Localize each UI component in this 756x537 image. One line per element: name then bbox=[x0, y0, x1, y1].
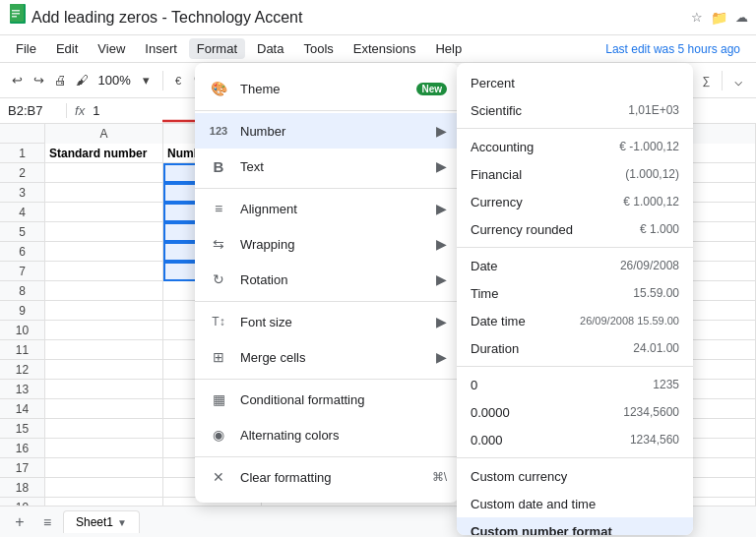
cell-a8[interactable] bbox=[45, 281, 163, 301]
cell-a9[interactable] bbox=[45, 301, 163, 321]
row-num-3[interactable]: 3 bbox=[0, 183, 45, 203]
submenu-date[interactable]: Date 26/09/2008 bbox=[457, 252, 693, 279]
sheet-menu-button[interactable]: ≡ bbox=[35, 510, 59, 534]
submenu-time[interactable]: Time 15.59.00 bbox=[457, 279, 693, 307]
cell-a2[interactable] bbox=[45, 163, 163, 183]
cell-a19[interactable] bbox=[45, 498, 163, 506]
alignment-arrow: ▶ bbox=[436, 201, 447, 216]
submenu-custom-number[interactable]: Custom number format bbox=[457, 517, 693, 535]
menu-tools[interactable]: Tools bbox=[295, 38, 341, 59]
cell-a4[interactable] bbox=[45, 203, 163, 222]
format-menu-alignment[interactable]: ≡ Alignment ▶ bbox=[195, 191, 459, 226]
cell-a6[interactable] bbox=[45, 242, 163, 262]
zoom-dropdown[interactable]: ▾ bbox=[137, 67, 157, 94]
cell-a10[interactable] bbox=[45, 321, 163, 340]
text-icon: B bbox=[207, 154, 230, 178]
cell-a16[interactable] bbox=[45, 439, 163, 458]
format-menu-number[interactable]: 123 Number ▶ bbox=[195, 113, 459, 149]
cell-a5[interactable] bbox=[45, 222, 163, 242]
cell-a12[interactable] bbox=[45, 360, 163, 380]
cell-a3[interactable] bbox=[45, 183, 163, 203]
cell-a15[interactable] bbox=[45, 419, 163, 439]
conditional-label: Conditional formatting bbox=[240, 392, 447, 407]
submenu-datetime[interactable]: Date time 26/09/2008 15.59.00 bbox=[457, 307, 693, 334]
cell-a11[interactable] bbox=[45, 340, 163, 360]
menu-format[interactable]: Format bbox=[189, 38, 245, 59]
row-num-8[interactable]: 8 bbox=[0, 281, 45, 301]
submenu-custom-currency[interactable]: Custom currency bbox=[457, 462, 693, 490]
menu-view[interactable]: View bbox=[90, 38, 133, 59]
star-icon[interactable]: ☆ bbox=[691, 10, 703, 25]
add-sheet-button[interactable]: + bbox=[8, 510, 32, 534]
row-num-2[interactable]: 2 bbox=[0, 163, 45, 183]
cell-a14[interactable] bbox=[45, 399, 163, 419]
zoom-level[interactable]: 100% bbox=[94, 73, 134, 88]
row-num-1[interactable]: 1 bbox=[0, 144, 45, 163]
undo-button[interactable]: ↩ bbox=[8, 67, 28, 94]
format-menu-mergecells[interactable]: ⊞ Merge cells ▶ bbox=[195, 339, 459, 375]
row-num-19[interactable]: 19 bbox=[0, 498, 45, 506]
cloud-icon[interactable]: ☁ bbox=[735, 10, 748, 25]
col-header-a[interactable]: A bbox=[45, 124, 163, 144]
function-button[interactable]: ∑ bbox=[696, 67, 716, 94]
menu-insert[interactable]: Insert bbox=[137, 38, 185, 59]
row-num-14[interactable]: 14 bbox=[0, 399, 45, 419]
row-num-13[interactable]: 13 bbox=[0, 380, 45, 399]
submenu-currency[interactable]: Currency € 1.000,12 bbox=[457, 188, 693, 215]
submenu-zerodot[interactable]: 0.0000 1234,5600 bbox=[457, 398, 693, 426]
menu-help[interactable]: Help bbox=[427, 38, 470, 59]
submenu-currency-rounded[interactable]: Currency rounded € 1.000 bbox=[457, 215, 693, 243]
cell-a17[interactable] bbox=[45, 458, 163, 478]
redo-button[interactable]: ↪ bbox=[30, 67, 49, 94]
menu-data[interactable]: Data bbox=[249, 38, 291, 59]
cell-a13[interactable] bbox=[45, 380, 163, 399]
sheet-tab-1[interactable]: Sheet1 ▼ bbox=[63, 510, 140, 533]
submenu-zerodotshort[interactable]: 0.000 1234,560 bbox=[457, 426, 693, 453]
row-num-12[interactable]: 12 bbox=[0, 360, 45, 380]
row-num-11[interactable]: 11 bbox=[0, 340, 45, 360]
submenu-financial[interactable]: Financial (1.000,12) bbox=[457, 160, 693, 188]
number-submenu: Percent Scientific 1,01E+03 Accounting €… bbox=[457, 63, 693, 535]
format-menu-alternating[interactable]: ◉ Alternating colors bbox=[195, 417, 459, 452]
cell-a7[interactable] bbox=[45, 262, 163, 281]
menu-edit[interactable]: Edit bbox=[48, 38, 86, 59]
cell-reference[interactable]: B2:B7 bbox=[8, 103, 67, 118]
format-menu-conditional[interactable]: ▦ Conditional formatting bbox=[195, 382, 459, 417]
wrapping-label: Wrapping bbox=[240, 237, 432, 252]
submenu-duration[interactable]: Duration 24.01.00 bbox=[457, 334, 693, 362]
row-num-10[interactable]: 10 bbox=[0, 321, 45, 340]
currency-button[interactable]: € bbox=[168, 67, 188, 94]
folder-icon[interactable]: 📁 bbox=[711, 10, 727, 26]
print-button[interactable]: 🖨 bbox=[51, 67, 71, 94]
format-menu-clear[interactable]: ✕ Clear formatting ⌘\ bbox=[195, 459, 459, 495]
format-menu-text[interactable]: B Text ▶ bbox=[195, 149, 459, 184]
row-num-6[interactable]: 6 bbox=[0, 242, 45, 262]
submenu-percent[interactable]: Percent bbox=[457, 69, 693, 96]
menu-file[interactable]: File bbox=[8, 38, 44, 59]
submenu-divider-2 bbox=[457, 247, 693, 248]
more-toolbar[interactable]: ⌵ bbox=[728, 67, 748, 94]
submenu-zero[interactable]: 0 1235 bbox=[457, 371, 693, 398]
menu-extensions[interactable]: Extensions bbox=[346, 38, 424, 59]
submenu-scientific[interactable]: Scientific 1,01E+03 bbox=[457, 96, 693, 124]
row-num-7[interactable]: 7 bbox=[0, 262, 45, 281]
corner-cell[interactable] bbox=[0, 124, 45, 144]
tab-dropdown-arrow[interactable]: ▼ bbox=[117, 517, 127, 528]
format-menu-fontsize[interactable]: T↕ Font size ▶ bbox=[195, 304, 459, 339]
submenu-accounting[interactable]: Accounting € -1.000,12 bbox=[457, 133, 693, 160]
paint-format-button[interactable]: 🖌 bbox=[73, 67, 93, 94]
format-menu-wrapping[interactable]: ⇆ Wrapping ▶ bbox=[195, 226, 459, 262]
submenu-custom-datetime[interactable]: Custom date and time bbox=[457, 490, 693, 517]
row-num-4[interactable]: 4 bbox=[0, 203, 45, 222]
row-num-18[interactable]: 18 bbox=[0, 478, 45, 498]
format-menu-rotation[interactable]: ↻ Rotation ▶ bbox=[195, 262, 459, 297]
row-num-5[interactable]: 5 bbox=[0, 222, 45, 242]
cell-a18[interactable] bbox=[45, 478, 163, 498]
format-menu-theme[interactable]: 🎨 Theme New bbox=[195, 71, 459, 106]
cell-a1[interactable]: Standard number bbox=[45, 144, 163, 163]
row-num-9[interactable]: 9 bbox=[0, 301, 45, 321]
row-num-16[interactable]: 16 bbox=[0, 439, 45, 458]
format-menu-section-2: 123 Number ▶ B Text ▶ bbox=[195, 110, 459, 186]
row-num-17[interactable]: 17 bbox=[0, 458, 45, 478]
row-num-15[interactable]: 15 bbox=[0, 419, 45, 439]
